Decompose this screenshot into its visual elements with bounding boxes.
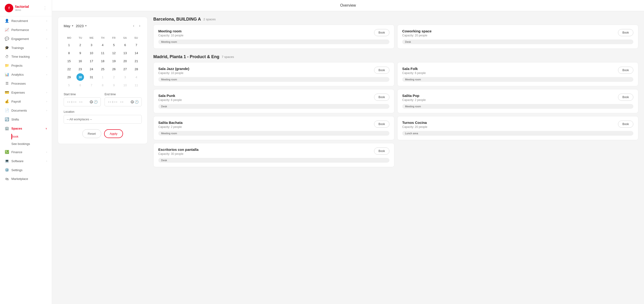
- book-button-sala-jazz[interactable]: Book: [374, 67, 390, 74]
- start-time-input[interactable]: [67, 99, 94, 104]
- cal-day-18[interactable]: 18: [99, 57, 106, 65]
- cal-day-11[interactable]: 11: [99, 49, 106, 57]
- location-dropdown[interactable]: -- All workplaces -- Barcelona, BUILDING…: [67, 117, 139, 121]
- sidebar-item-marketplace[interactable]: 🛍 Marketplace: [0, 174, 52, 183]
- cal-day-next-2[interactable]: 2: [110, 73, 118, 81]
- cal-day-next-4[interactable]: 4: [132, 73, 140, 81]
- book-button-meeting-room[interactable]: Book: [374, 29, 390, 36]
- cal-day-14[interactable]: 14: [132, 49, 140, 57]
- sidebar-item-spaces[interactable]: 🏢 Spaces ∨: [0, 124, 52, 133]
- sidebar-item-finance[interactable]: 💹 Finance ›: [0, 148, 52, 156]
- cal-day-next-6[interactable]: 6: [76, 81, 84, 89]
- shifts-icon: 🔄: [5, 117, 9, 121]
- sidebar-item-payroll[interactable]: 💰 Payroll ›: [0, 97, 52, 106]
- space-capacity: Capacity: 2 people: [402, 98, 618, 102]
- sidebar-item-engagement[interactable]: 💬 Engagement ›: [0, 34, 52, 43]
- sidebar-item-expenses[interactable]: 💳 Expenses ›: [0, 88, 52, 97]
- calendar-next-button[interactable]: ›: [138, 23, 142, 29]
- cal-day-31[interactable]: 31: [88, 73, 95, 81]
- cal-day-8[interactable]: 8: [65, 49, 73, 57]
- sidebar-item-trainings[interactable]: 🎓 Trainings ›: [0, 43, 52, 52]
- cal-day-next-5[interactable]: 5: [65, 81, 73, 89]
- spaces-count-barcelona: 2 spaces: [203, 17, 216, 21]
- cal-day-4[interactable]: 4: [99, 41, 106, 49]
- cal-day-30-today[interactable]: 30: [76, 73, 84, 81]
- space-capacity: Capacity: 10 people: [158, 71, 374, 75]
- book-button-turnos-cocina[interactable]: Book: [618, 121, 633, 128]
- year-selector[interactable]: 2023 ▼: [76, 24, 87, 28]
- month-selector[interactable]: May ▼: [64, 24, 74, 28]
- sidebar-item-analytics[interactable]: 📊 Analytics ›: [0, 70, 52, 79]
- cal-day-3[interactable]: 3: [88, 41, 95, 49]
- page-title: Overview: [340, 3, 356, 7]
- cal-day-next-9[interactable]: 9: [110, 81, 118, 89]
- recruitment-icon: 👤: [5, 19, 9, 23]
- sidebar-item-settings[interactable]: ⚙️ Settings: [0, 165, 52, 174]
- logo-brand: factorial: [15, 5, 29, 9]
- sidebar-subitem-see-bookings[interactable]: See bookings: [11, 140, 52, 148]
- sidebar-subitem-book[interactable]: Book: [11, 133, 52, 140]
- cal-day-25[interactable]: 25: [99, 65, 106, 73]
- cal-day-21[interactable]: 21: [132, 57, 140, 65]
- book-button-sala-folk[interactable]: Book: [618, 67, 633, 74]
- sidebar-item-software[interactable]: 💻 Software ›: [0, 156, 52, 165]
- chevron-icon: ›: [46, 91, 47, 94]
- end-time-input-wrapper: 🕐: [104, 97, 142, 106]
- cal-day-23[interactable]: 23: [76, 65, 84, 73]
- cal-day-12[interactable]: 12: [110, 49, 118, 57]
- sidebar-item-performance[interactable]: 📈 Performance ›: [0, 25, 52, 34]
- cal-day-29[interactable]: 29: [65, 73, 73, 81]
- logo-area: f factorial demo ⋮: [0, 0, 52, 16]
- cal-day-10[interactable]: 10: [88, 49, 95, 57]
- space-card-sala-jazz: Sala Jazz (grande) Capacity: 10 people B…: [153, 62, 394, 86]
- sidebar-item-documents[interactable]: 📄 Documents ›: [0, 106, 52, 115]
- cal-day-next-11[interactable]: 11: [132, 81, 140, 89]
- sidebar-item-projects[interactable]: 📁 Projects: [0, 61, 52, 70]
- sidebar-item-recruitment[interactable]: 👤 Recruitment ›: [0, 16, 52, 25]
- cal-day-13[interactable]: 13: [121, 49, 129, 57]
- cal-day-6[interactable]: 6: [121, 41, 129, 49]
- cal-day-9[interactable]: 9: [76, 49, 84, 57]
- cal-day-27[interactable]: 27: [121, 65, 129, 73]
- cal-day-next-3[interactable]: 3: [121, 73, 129, 81]
- cal-day-24[interactable]: 24: [88, 65, 95, 73]
- space-tag: Meeting room: [158, 77, 390, 82]
- cal-day-next-10[interactable]: 10: [121, 81, 129, 89]
- end-time-input[interactable]: [108, 99, 134, 104]
- book-button-salita-bachata[interactable]: Book: [374, 121, 390, 128]
- cal-day-26[interactable]: 26: [110, 65, 118, 73]
- book-button-salita-pop[interactable]: Book: [618, 94, 633, 101]
- cal-day-1[interactable]: 1: [65, 41, 73, 49]
- cal-day-next-1[interactable]: 1: [99, 73, 106, 81]
- cal-day-7[interactable]: 7: [132, 41, 140, 49]
- book-button-escritorios[interactable]: Book: [374, 148, 390, 155]
- software-icon: 💻: [5, 159, 9, 163]
- sidebar-item-shifts[interactable]: 🔄 Shifts: [0, 115, 52, 124]
- cal-day-15[interactable]: 15: [65, 57, 73, 65]
- sidebar-item-time-tracking[interactable]: ⏱ Time tracking ›: [0, 52, 52, 61]
- cal-day-next-7[interactable]: 7: [88, 81, 95, 89]
- reset-button[interactable]: Reset: [82, 129, 101, 138]
- cal-day-16[interactable]: 16: [76, 57, 84, 65]
- cal-day-17[interactable]: 17: [88, 57, 95, 65]
- space-tag: Meeting room: [402, 104, 633, 109]
- apply-button[interactable]: Apply: [104, 129, 123, 138]
- book-button-sala-punk[interactable]: Book: [374, 94, 390, 101]
- calendar-prev-button[interactable]: ‹: [132, 23, 136, 29]
- sidebar-item-label: Performance: [11, 28, 44, 32]
- sidebar-item-label: Engagement: [11, 37, 44, 41]
- location-section-barcelona: Barcelona, BUILDING A 2 spaces Meeting r…: [153, 17, 638, 49]
- location-title-barcelona: Barcelona, BUILDING A 2 spaces: [153, 17, 638, 22]
- cal-day-2[interactable]: 2: [76, 41, 84, 49]
- cal-day-next-8[interactable]: 8: [99, 81, 106, 89]
- cal-day-20[interactable]: 20: [121, 57, 129, 65]
- cal-day-22[interactable]: 22: [65, 65, 73, 73]
- cal-day-28[interactable]: 28: [132, 65, 140, 73]
- book-button-coworking[interactable]: Book: [618, 29, 633, 36]
- cal-day-5[interactable]: 5: [110, 41, 118, 49]
- cal-day-19[interactable]: 19: [110, 57, 118, 65]
- sidebar-item-processes[interactable]: ☰ Processes: [0, 79, 52, 88]
- weekday-fr: FR: [108, 35, 120, 40]
- sidebar-item-label: Payroll: [11, 100, 44, 103]
- sidebar-dots-icon[interactable]: ⋮: [43, 5, 47, 11]
